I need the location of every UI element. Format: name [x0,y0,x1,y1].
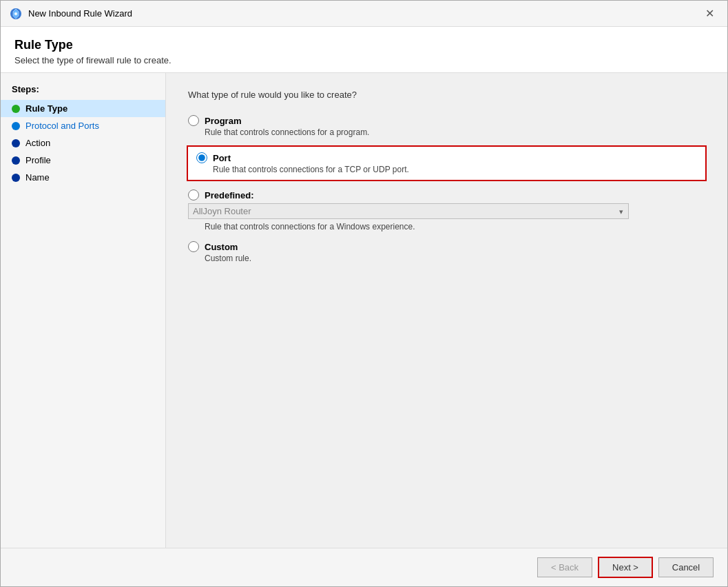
sidebar-label-protocol-ports: Protocol and Ports [25,121,99,131]
radio-custom[interactable] [188,241,199,252]
svg-point-3 [14,12,17,15]
option-custom-desc: Custom rule. [188,254,705,263]
title-bar-left: New Inbound Rule Wizard [9,7,132,21]
close-button[interactable]: ✕ [700,4,719,23]
option-predefined-label: Predefined: [205,190,254,200]
content-area: Steps: Rule Type Protocol and Ports Acti… [1,73,727,548]
sidebar-item-profile: Profile [1,152,165,169]
dot-action [12,139,20,147]
option-predefined: Predefined: AllJoyn Router Rule that con… [188,189,705,231]
option-port-label: Port [213,153,231,163]
option-group: Program Rule that controls connections f… [188,115,705,263]
sidebar-label-name: Name [25,172,50,183]
sidebar-label-action: Action [25,138,50,148]
option-custom-row: Custom [188,241,705,252]
header-area: Rule Type Select the type of firewall ru… [1,27,727,73]
title-bar: New Inbound Rule Wizard ✕ [1,1,727,27]
radio-port[interactable] [196,152,207,163]
main-window: New Inbound Rule Wizard ✕ Rule Type Sele… [0,0,728,587]
sidebar-label-rule-type: Rule Type [25,103,67,114]
sidebar: Steps: Rule Type Protocol and Ports Acti… [1,73,166,548]
sidebar-label-profile: Profile [25,155,51,165]
dot-protocol-ports [12,122,20,130]
window-title: New Inbound Rule Wizard [28,8,132,19]
option-port: Port Rule that controls connections for … [187,145,707,181]
predefined-dropdown[interactable]: AllJoyn Router [188,203,629,219]
page-title: Rule Type [14,38,714,52]
option-program-desc: Rule that controls connections for a pro… [188,127,705,137]
sidebar-item-action: Action [1,134,165,152]
option-program-row: Program [188,115,705,126]
option-program: Program Rule that controls connections f… [188,115,705,137]
option-predefined-row: Predefined: [188,189,705,200]
option-port-row: Port [196,152,697,163]
option-custom-label: Custom [205,242,238,252]
dot-name [12,174,20,182]
sidebar-item-rule-type: Rule Type [1,100,165,117]
option-program-label: Program [205,116,241,126]
app-icon [9,7,23,21]
page-subtitle: Select the type of firewall rule to crea… [14,55,714,65]
sidebar-item-protocol-ports[interactable]: Protocol and Ports [1,117,165,134]
dot-rule-type [12,105,20,113]
steps-label: Steps: [1,84,165,100]
question-text: What type of rule would you like to crea… [188,90,705,100]
predefined-dropdown-wrapper: AllJoyn Router [188,203,629,219]
sidebar-item-name: Name [1,169,165,186]
option-predefined-desc: Rule that controls connections for a Win… [188,222,705,231]
cancel-button[interactable]: Cancel [658,557,714,577]
next-button[interactable]: Next > [598,557,653,578]
radio-predefined[interactable] [188,189,199,200]
main-panel: What type of rule would you like to crea… [166,73,727,548]
radio-program[interactable] [188,115,199,126]
dot-profile [12,156,20,165]
option-port-desc: Rule that controls connections for a TCP… [196,165,697,174]
back-button[interactable]: < Back [537,557,592,577]
footer: < Back Next > Cancel [1,548,727,586]
option-custom: Custom Custom rule. [188,241,705,263]
